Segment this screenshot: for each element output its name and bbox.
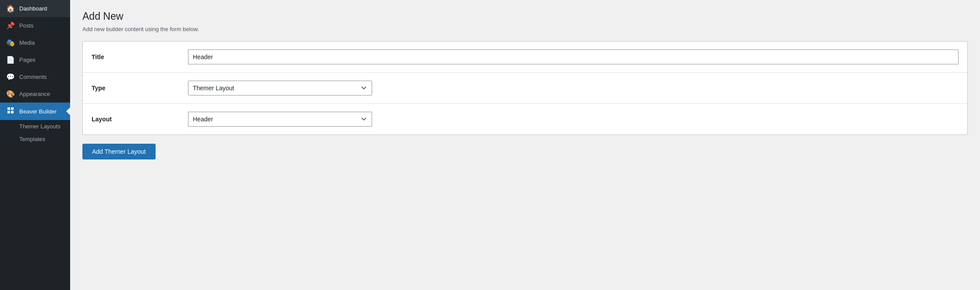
sidebar: 🏠 Dashboard 📌 Posts 🎭 Media 📄 Pages 💬 Co…: [0, 0, 70, 290]
svg-rect-2: [7, 111, 10, 113]
type-label: Type: [83, 77, 179, 99]
sidebar-item-dashboard[interactable]: 🏠 Dashboard: [0, 0, 70, 17]
form-row-layout: Layout Header Footer Part Archive Single…: [83, 104, 967, 134]
layout-label: Layout: [83, 108, 179, 131]
sidebar-item-media[interactable]: 🎭 Media: [0, 34, 70, 51]
svg-rect-0: [7, 107, 10, 110]
layout-select[interactable]: Header Footer Part Archive Single 404: [188, 112, 372, 127]
sidebar-item-label: Pages: [19, 57, 36, 63]
type-control: Themer Layout Template Module: [179, 73, 967, 103]
sidebar-subitem-themer-layouts[interactable]: Themer Layouts: [0, 120, 70, 133]
comments-icon: 💬: [6, 73, 15, 81]
page-subtitle: Add new builder content using the form b…: [82, 26, 968, 32]
sidebar-item-label: Beaver Builder: [19, 108, 57, 115]
layout-control: Header Footer Part Archive Single 404: [179, 104, 967, 134]
sidebar-item-posts[interactable]: 📌 Posts: [0, 17, 70, 34]
form-row-title: Title: [83, 42, 967, 73]
title-control: [179, 42, 967, 72]
form-table: Title Type Themer Layout Template Module…: [82, 41, 968, 135]
page-title: Add New: [82, 11, 968, 22]
sidebar-item-label: Appearance: [19, 91, 50, 97]
title-input[interactable]: [188, 50, 959, 64]
sidebar-item-comments[interactable]: 💬 Comments: [0, 68, 70, 85]
sidebar-item-label: Dashboard: [19, 5, 47, 12]
appearance-icon: 🎨: [6, 90, 15, 98]
main-content: Add New Add new builder content using th…: [70, 0, 980, 290]
sidebar-subitem-label: Themer Layouts: [19, 123, 60, 130]
sidebar-item-label: Posts: [19, 22, 34, 29]
sidebar-subitem-templates[interactable]: Templates: [0, 133, 70, 145]
sidebar-item-label: Media: [19, 39, 35, 46]
posts-icon: 📌: [6, 21, 15, 30]
sidebar-item-pages[interactable]: 📄 Pages: [0, 51, 70, 68]
pages-icon: 📄: [6, 56, 15, 64]
title-label: Title: [83, 46, 179, 68]
sidebar-item-beaver-builder[interactable]: Beaver Builder: [0, 103, 70, 120]
dashboard-icon: 🏠: [6, 4, 15, 13]
beaver-builder-icon: [6, 107, 15, 116]
form-row-type: Type Themer Layout Template Module: [83, 73, 967, 104]
svg-rect-1: [11, 107, 14, 110]
sidebar-item-label: Comments: [19, 74, 47, 80]
svg-rect-3: [11, 111, 14, 113]
type-select[interactable]: Themer Layout Template Module: [188, 81, 372, 95]
sidebar-item-appearance[interactable]: 🎨 Appearance: [0, 85, 70, 103]
media-icon: 🎭: [6, 39, 15, 47]
sidebar-subitem-label: Templates: [19, 136, 45, 142]
add-themer-layout-button[interactable]: Add Themer Layout: [82, 144, 156, 159]
